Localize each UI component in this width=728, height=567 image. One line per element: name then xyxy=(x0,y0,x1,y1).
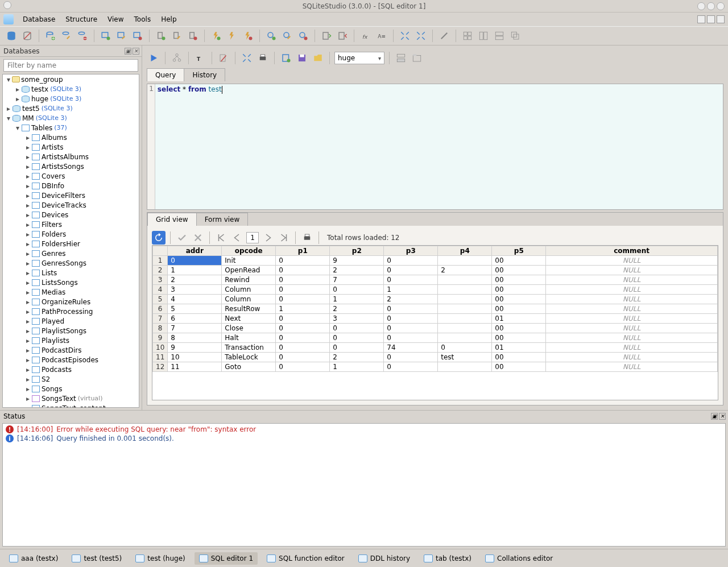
export-button[interactable] xyxy=(336,29,349,43)
print-results-button[interactable] xyxy=(300,231,314,245)
tree-table-item[interactable]: ▸S2 xyxy=(3,374,139,384)
add-db-button[interactable]: + xyxy=(44,29,57,43)
filter-input[interactable] xyxy=(3,59,138,72)
index-delete-button[interactable] xyxy=(186,29,200,43)
results-tab-button[interactable] xyxy=(410,51,424,65)
load-sql-button[interactable] xyxy=(279,51,293,65)
view-new-button[interactable] xyxy=(264,29,278,43)
mdi-minimize-icon[interactable] xyxy=(697,15,705,23)
panel-float-icon[interactable]: ▣ xyxy=(125,48,131,55)
window-tab[interactable]: DDL history xyxy=(354,552,415,565)
table-row[interactable]: 1110TableLock020test00NULL xyxy=(153,353,718,362)
page-input[interactable] xyxy=(246,232,259,243)
open-sql-button[interactable] xyxy=(311,51,325,65)
results-grid[interactable]: addropcodep1p2p3p4p5comment 10Init09000N… xyxy=(152,246,718,372)
layout-vert-button[interactable] xyxy=(493,29,506,43)
column-header[interactable]: p3 xyxy=(384,246,438,256)
contract-button[interactable] xyxy=(398,29,412,43)
commit-button[interactable] xyxy=(175,231,189,245)
layout-tile-button[interactable] xyxy=(461,29,474,43)
tree-table-item[interactable]: ▸Lists xyxy=(3,268,139,278)
menu-database[interactable]: Database xyxy=(18,14,60,25)
trigger-new-button[interactable] xyxy=(209,29,223,43)
window-tab[interactable]: test (test5) xyxy=(67,552,126,565)
table-row[interactable]: 43Column00100NULL xyxy=(153,285,718,295)
results-below-button[interactable] xyxy=(394,51,408,65)
connect-db-button[interactable] xyxy=(5,29,18,43)
column-header[interactable]: p5 xyxy=(492,246,546,256)
window-tab[interactable]: SQL function editor xyxy=(262,552,349,565)
tree-table-item[interactable]: ▸Devices xyxy=(3,210,139,220)
prev-page-button[interactable] xyxy=(230,231,244,245)
window-tab[interactable]: SQL editor 1 xyxy=(195,552,258,565)
layout-cascade-button[interactable] xyxy=(508,29,522,43)
table-row[interactable]: 54Column01200NULL xyxy=(153,295,718,304)
settings-button[interactable] xyxy=(437,29,451,43)
menu-help[interactable]: Help xyxy=(156,14,181,25)
tree-table-item[interactable]: ▸Albums xyxy=(3,133,139,142)
column-header[interactable]: comment xyxy=(546,246,718,256)
table-row[interactable]: 76Next03001NULL xyxy=(153,314,718,324)
tree-table-item[interactable]: ▸Playlists xyxy=(3,336,139,345)
tree-table-item[interactable]: ▸ArtistsSongs xyxy=(3,162,139,171)
table-row[interactable]: 1211Goto01000NULL xyxy=(153,362,718,372)
table-edit-button[interactable] xyxy=(115,29,129,43)
tree-table-item[interactable]: ▸Podcasts xyxy=(3,365,139,374)
format-button[interactable]: T xyxy=(193,51,207,65)
menu-tools[interactable]: Tools xyxy=(130,14,156,25)
index-new-button[interactable] xyxy=(154,29,168,43)
table-row[interactable]: 32Rewind07000NULL xyxy=(153,275,718,285)
function-editor-button[interactable]: fx xyxy=(359,29,373,43)
tab-history[interactable]: History xyxy=(184,68,225,81)
table-row[interactable]: 21OpenRead020200NULL xyxy=(153,266,718,275)
collation-editor-button[interactable]: A≡ xyxy=(375,29,388,43)
window-tab[interactable]: test (huge) xyxy=(131,552,189,565)
view-delete-button[interactable] xyxy=(296,29,310,43)
tree-table-item[interactable]: ▸ArtistsAlbums xyxy=(3,152,139,162)
tree-table-item[interactable]: ▸DeviceFilters xyxy=(3,191,139,200)
tree-table-item[interactable]: ▸Songs xyxy=(3,384,139,394)
tab-grid-view[interactable]: Grid view xyxy=(147,213,197,226)
tree-table-item[interactable]: ▸ListsSongs xyxy=(3,278,139,287)
trigger-delete-button[interactable] xyxy=(241,29,255,43)
status-close-icon[interactable]: ✕ xyxy=(719,413,726,420)
tree-table-item[interactable]: ▸DeviceTracks xyxy=(3,200,139,210)
mdi-close-icon[interactable] xyxy=(717,15,725,23)
tree-table-item[interactable]: ▸Folders xyxy=(3,229,139,239)
table-delete-button[interactable] xyxy=(131,29,144,43)
tree-table-item[interactable]: ▸OrganizeRules xyxy=(3,297,139,307)
execute-button[interactable] xyxy=(147,51,160,65)
tree-table-item[interactable]: ▸Played xyxy=(3,316,139,326)
save-sql-button[interactable] xyxy=(295,51,309,65)
tree-table-item[interactable]: ▸FoldersHier xyxy=(3,239,139,249)
index-edit-button[interactable] xyxy=(170,29,184,43)
tree-table-item[interactable]: ▸Genres xyxy=(3,249,139,258)
edit-db-button[interactable] xyxy=(60,29,73,43)
table-row[interactable]: 98Halt00000NULL xyxy=(153,333,718,343)
menu-structure[interactable]: Structure xyxy=(61,14,102,25)
column-header[interactable]: p1 xyxy=(276,246,330,256)
print-button[interactable] xyxy=(256,51,270,65)
mdi-restore-icon[interactable] xyxy=(707,15,715,23)
column-header[interactable]: addr xyxy=(168,246,222,256)
tree-table-item[interactable]: ▸SongsText_content xyxy=(3,403,139,408)
table-row[interactable]: 87Close00000NULL xyxy=(153,324,718,333)
window-tab[interactable]: tab (testx) xyxy=(419,552,476,565)
tree-table-item[interactable]: ▸DBInfo xyxy=(3,181,139,191)
export-results-button[interactable] xyxy=(240,51,254,65)
rollback-button[interactable] xyxy=(191,231,205,245)
status-float-icon[interactable]: ▣ xyxy=(711,413,718,420)
menu-view[interactable]: View xyxy=(103,14,128,25)
db-combo[interactable]: huge xyxy=(334,52,384,64)
panel-close-icon[interactable]: ✕ xyxy=(133,48,139,55)
expand-button[interactable] xyxy=(414,29,428,43)
refresh-button[interactable] xyxy=(152,231,166,245)
sql-editor[interactable]: 1 select * from test xyxy=(147,84,723,210)
tab-form-view[interactable]: Form view xyxy=(196,213,249,226)
column-header[interactable]: p2 xyxy=(330,246,384,256)
maximize-icon[interactable] xyxy=(707,2,715,10)
column-header[interactable]: opcode xyxy=(222,246,276,256)
tree-table-item[interactable]: ▸Artists xyxy=(3,142,139,152)
table-row[interactable]: 109Transaction0074001NULL xyxy=(153,343,718,353)
tree-table-item[interactable]: ▸PodcastEpisodes xyxy=(3,355,139,365)
